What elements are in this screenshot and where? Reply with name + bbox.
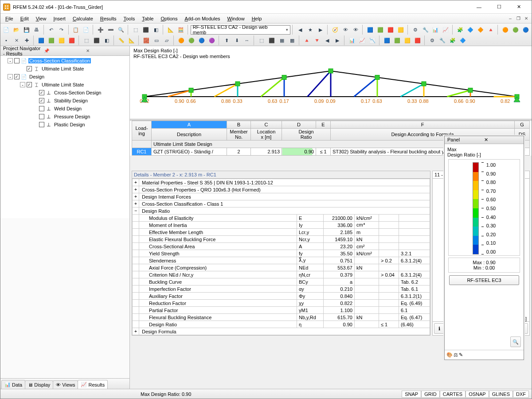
tree-item[interactable]: -✓⌶Ultimate Limit State [1, 81, 129, 89]
tb-box-icon[interactable]: ⬛ [141, 25, 151, 35]
tb-c2-icon[interactable]: 🟩 [376, 25, 385, 35]
case-combo[interactable]: RF-STEEL EC3 CA2 - Design web memb [191, 25, 291, 35]
tb-copy-icon[interactable]: 📋 [71, 25, 81, 35]
pin-icon[interactable]: 📌 [43, 48, 85, 53]
tree-item[interactable]: -✓📄Design [1, 73, 129, 81]
tb-dn-icon[interactable]: ⬇ [232, 35, 242, 45]
nav-tab-results[interactable]: 📈Results [78, 380, 108, 389]
tb-new-icon[interactable]: 📄 [1, 25, 11, 35]
status-cartes[interactable]: CARTES [440, 391, 466, 398]
menu-calculate[interactable]: Calculate [70, 15, 96, 22]
tb-print-icon[interactable]: 🖶 [32, 25, 42, 35]
edit-icon[interactable]: ✎ [459, 352, 463, 358]
tb-n4-icon[interactable]: 🟣 [207, 35, 217, 45]
checkbox[interactable] [39, 114, 44, 119]
expand-icon[interactable]: - [8, 74, 13, 79]
tb-redo-icon[interactable]: ↷ [57, 25, 66, 35]
tb-m2-icon[interactable]: 🔷 [466, 25, 475, 35]
close-panel-icon[interactable]: ✕ [85, 48, 127, 53]
checkbox[interactable] [14, 58, 20, 63]
tb-dim-icon[interactable]: 📏 [117, 35, 126, 45]
tb-plot-icon[interactable]: 📈 [441, 25, 450, 35]
nav-tab-display[interactable]: 🖥Display [25, 380, 53, 389]
tb-fav-icon[interactable]: ★ [305, 25, 315, 35]
menu-file[interactable]: File [2, 15, 16, 22]
tb-lr-icon[interactable]: ↔ [242, 35, 252, 45]
menu-help[interactable]: Help [249, 15, 265, 22]
tb-y1-icon[interactable]: ⚙ [427, 35, 437, 45]
menu-options[interactable]: Options [157, 15, 180, 22]
mdi-max-icon[interactable]: ❐ [515, 16, 522, 22]
checkbox[interactable]: ✓ [14, 74, 20, 79]
tb-n1-icon[interactable]: 🟠 [176, 35, 186, 45]
tb-set-icon[interactable]: ⚙ [411, 25, 420, 35]
panel-close-icon[interactable]: ✕ [484, 137, 521, 143]
menu-results[interactable]: Results [97, 15, 120, 22]
tb-pl-icon[interactable]: ✚ [22, 35, 31, 45]
tb-half-icon[interactable]: ◧ [151, 25, 161, 35]
status-osnap[interactable]: OSNAP [466, 391, 489, 398]
mdi-min-icon[interactable]: – [507, 16, 514, 22]
tb-g2-icon[interactable]: ⬛ [267, 35, 277, 45]
tb-t3-icon[interactable]: ◀ [322, 35, 332, 45]
status-glines[interactable]: GLINES [489, 391, 513, 398]
tb-next-icon[interactable]: ▶ [316, 25, 325, 35]
menu-insert[interactable]: Insert [50, 15, 69, 22]
tb-t1-icon[interactable]: 🔺 [302, 35, 312, 45]
tb-el-icon[interactable]: 🧱 [141, 35, 151, 45]
balance-icon[interactable]: ⚖ [454, 352, 458, 358]
tb-paste-icon[interactable]: 📄 [81, 25, 91, 35]
menu-add-on-modules[interactable]: Add-on Modules [181, 15, 223, 22]
tb-add-icon[interactable]: ➕ [96, 25, 106, 35]
tb-c4-icon[interactable]: 🟨 [396, 25, 406, 35]
navigator-tree[interactable]: -📄Cross-Section Classification✓⌶Ultimate… [0, 56, 129, 218]
mdi-close-icon[interactable]: ✕ [523, 16, 530, 22]
checkbox[interactable]: ✓ [27, 66, 32, 71]
tb-g1-icon[interactable]: ⬚ [257, 35, 266, 45]
tb-d-icon[interactable]: 🟥 [67, 35, 77, 45]
tb-b-icon[interactable]: 🟩 [47, 35, 56, 45]
nav-tab-data[interactable]: 📊Data [1, 380, 25, 389]
tb-s2-icon[interactable]: ⬛ [92, 35, 102, 45]
tb-c-icon[interactable]: 🟨 [57, 35, 66, 45]
menu-edit[interactable]: Edit [17, 15, 32, 22]
tb-o3-icon[interactable]: 🔵 [521, 25, 531, 35]
tb-s1-icon[interactable]: ⬚ [82, 35, 91, 45]
tb-nav-icon[interactable]: 🧭 [330, 25, 340, 35]
tb-up-icon[interactable]: ⬆ [222, 35, 231, 45]
checkbox[interactable]: ✓ [39, 98, 44, 103]
tb-ang-icon[interactable]: 📐 [127, 35, 137, 45]
tb-m4-icon[interactable]: 🔺 [486, 25, 496, 35]
tb-undo-icon[interactable]: ↶ [47, 25, 56, 35]
minimize-button[interactable]: — [469, 1, 489, 13]
tb-view-icon[interactable]: 👁 [340, 25, 350, 35]
tree-item[interactable]: ✓⌶Ultimate Limit State [1, 65, 129, 73]
tb-n3-icon[interactable]: 🔵 [197, 35, 207, 45]
tb-remove-icon[interactable]: ➖ [106, 25, 116, 35]
tree-item[interactable]: ⊥Weld Design [1, 105, 129, 113]
tb-sh-icon[interactable]: ▱ [162, 35, 172, 45]
tb-o1-icon[interactable]: 🟠 [501, 25, 510, 35]
expand-icon[interactable]: - [8, 58, 13, 63]
status-grid[interactable]: GRID [421, 391, 440, 398]
close-button[interactable]: ✕ [509, 1, 529, 13]
tb-sel-icon[interactable]: ⬚ [131, 25, 141, 35]
tb-view2-icon[interactable]: 👁 [351, 25, 360, 35]
checkbox[interactable] [39, 122, 44, 127]
tb-find-icon[interactable]: 🔍 [116, 25, 126, 35]
tb-y4-icon[interactable]: 🔷 [458, 35, 468, 45]
tree-item[interactable]: ✓⊥Stability Design [1, 97, 129, 105]
menu-tools[interactable]: Tools [120, 15, 138, 22]
tb-x1-icon[interactable]: 🟦 [382, 35, 392, 45]
tb-g4-icon[interactable]: ▩ [287, 35, 297, 45]
maximize-button[interactable]: ☐ [489, 1, 509, 13]
tb-x3-icon[interactable]: 🟨 [403, 35, 412, 45]
palette-icon[interactable]: 🎨 [446, 352, 453, 358]
truss-view[interactable]: 0.820.900.660.880.330.630.170.090.090.17… [130, 61, 532, 119]
tree-item[interactable]: ⊥Pressure Design [1, 113, 129, 121]
tb-x-icon[interactable]: ⨯ [12, 35, 21, 45]
tb-x2-icon[interactable]: 🟩 [392, 35, 402, 45]
tb-c1-icon[interactable]: 🟦 [365, 25, 375, 35]
tree-item[interactable]: ✓⊥Cross-Section Design [1, 89, 129, 97]
tb-c3-icon[interactable]: 🟥 [386, 25, 395, 35]
